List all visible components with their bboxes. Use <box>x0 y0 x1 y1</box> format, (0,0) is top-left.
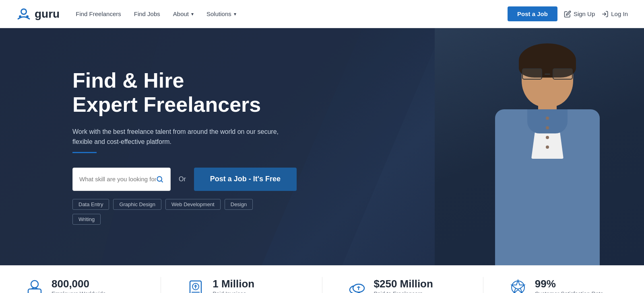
search-icon <box>156 175 164 183</box>
hero-subtitle: Work with the best freelance talent from… <box>72 127 282 147</box>
hero-title-line2: Expert Freelancers <box>72 93 261 116</box>
paid-number: $250 Million <box>374 278 433 290</box>
employers-icon <box>24 277 45 293</box>
satisfaction-icon <box>508 277 528 293</box>
tag-data-entry[interactable]: Data Entry <box>72 199 109 210</box>
nav-links: Find Freelancers Find Jobs About Solutio… <box>76 10 236 17</box>
post-job-free-button[interactable]: Post a Job - It's Free <box>194 168 297 191</box>
hero-divider <box>72 152 97 153</box>
svg-rect-9 <box>28 289 41 293</box>
stat-employers: 800,000 Employers Worldwide <box>0 277 161 293</box>
nav-find-jobs[interactable]: Find Jobs <box>134 10 160 17</box>
svg-point-1 <box>22 10 26 14</box>
signup-icon <box>564 10 571 18</box>
nav-about[interactable]: About <box>173 10 194 17</box>
employers-number: 800,000 <box>52 278 106 290</box>
svg-line-8 <box>161 181 163 182</box>
satisfaction-text: 99% Customer Satisfaction Rate <box>535 278 603 293</box>
sign-up-label: Sign Up <box>574 10 595 17</box>
hero-section: Find & Hire Expert Freelancers Work with… <box>0 28 644 265</box>
hero-image <box>435 28 644 265</box>
invoices-label: Paid Invoices <box>213 291 254 293</box>
login-icon <box>601 10 609 18</box>
paid-text: $250 Million Paid to Freelancers <box>374 278 433 293</box>
paid-icon <box>347 277 367 293</box>
employers-label: Employers Worldwide <box>52 291 106 293</box>
stats-bar: 800,000 Employers Worldwide 1 Million Pa… <box>0 265 644 293</box>
svg-point-7 <box>157 176 162 181</box>
search-button[interactable] <box>156 175 164 183</box>
hero-title-line1: Find & Hire <box>72 69 184 92</box>
paid-label: Paid to Freelancers <box>374 291 433 293</box>
tags-row: Data Entry Graphic Design Web Developmen… <box>72 199 282 225</box>
tag-design[interactable]: Design <box>225 199 253 210</box>
logo-icon <box>16 7 31 21</box>
tag-web-development[interactable]: Web Development <box>165 199 221 210</box>
logo-text: guru <box>35 8 60 20</box>
nav-solutions[interactable]: Solutions <box>206 10 236 17</box>
tag-graphic-design[interactable]: Graphic Design <box>113 199 161 210</box>
sign-up-button[interactable]: Sign Up <box>564 10 595 18</box>
svg-point-3 <box>26 15 29 18</box>
invoices-number: 1 Million <box>213 278 254 290</box>
navbar: guru Find Freelancers Find Jobs About So… <box>0 0 644 28</box>
stat-invoices: 1 Million Paid Invoices <box>161 277 322 293</box>
satisfaction-label: Customer Satisfaction Rate <box>535 291 603 293</box>
logo[interactable]: guru <box>16 7 60 21</box>
navbar-left: guru Find Freelancers Find Jobs About So… <box>16 7 236 21</box>
search-box <box>72 168 171 191</box>
invoices-text: 1 Million Paid Invoices <box>213 278 254 293</box>
hero-search-row: Or Post a Job - It's Free <box>72 168 282 191</box>
tag-writing[interactable]: Writing <box>72 214 101 225</box>
search-input[interactable] <box>79 176 156 182</box>
invoices-icon <box>185 277 206 293</box>
log-in-button[interactable]: Log In <box>601 10 628 18</box>
satisfaction-number: 99% <box>535 278 603 290</box>
employers-text: 800,000 Employers Worldwide <box>52 278 106 293</box>
post-job-button[interactable]: Post a Job <box>508 6 557 21</box>
navbar-right: Post a Job Sign Up Log In <box>508 6 628 21</box>
stat-satisfaction: 99% Customer Satisfaction Rate <box>483 277 644 293</box>
svg-point-2 <box>19 15 21 18</box>
hero-title: Find & Hire Expert Freelancers <box>72 69 282 117</box>
svg-point-10 <box>31 281 38 288</box>
nav-find-freelancers[interactable]: Find Freelancers <box>76 10 121 17</box>
hero-content: Find & Hire Expert Freelancers Work with… <box>0 37 282 257</box>
stat-paid: $250 Million Paid to Freelancers <box>322 277 483 293</box>
log-in-label: Log In <box>611 10 628 17</box>
or-text: Or <box>179 176 186 183</box>
